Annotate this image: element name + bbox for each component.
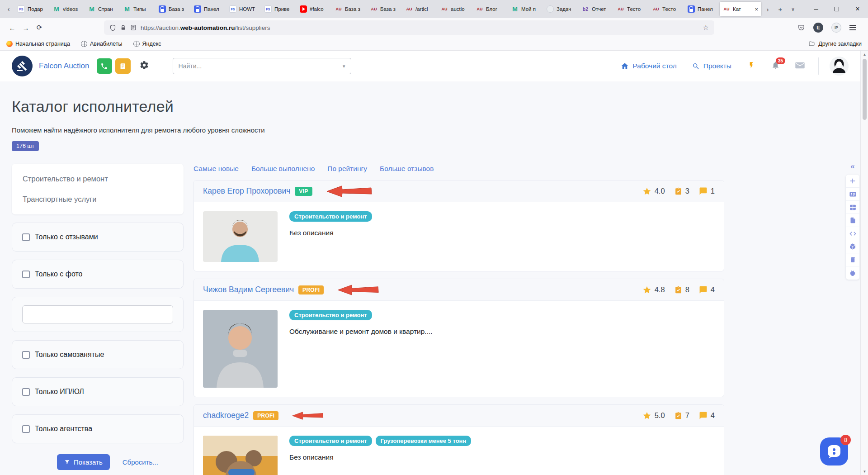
browser-tab[interactable]: AUБлог: [473, 2, 508, 16]
browser-tab[interactable]: AU/articl: [402, 2, 438, 16]
scroll-down-icon[interactable]: ▼: [861, 468, 868, 475]
reload-button[interactable]: ⟳: [33, 24, 46, 32]
self-employed-checkbox[interactable]: [22, 351, 30, 359]
bookmark-star-icon[interactable]: ☆: [703, 24, 709, 32]
search-dropdown-caret-icon[interactable]: ▾: [343, 63, 345, 69]
sort-reviews-link[interactable]: Больше отзывов: [380, 165, 434, 173]
back-button[interactable]: ←: [5, 24, 19, 32]
filter-with-reviews[interactable]: Только с отзывами: [12, 223, 184, 252]
list-tabs-icon[interactable]: ∨: [787, 6, 799, 12]
brand-name[interactable]: Falcon Auction: [39, 62, 90, 71]
scroll-up-icon[interactable]: ▲: [861, 51, 868, 58]
journal-button[interactable]: [115, 58, 131, 74]
chat-widget-button[interactable]: 8: [820, 437, 848, 466]
tab-scroll-right-icon[interactable]: ›: [761, 5, 774, 13]
filter-self-employed[interactable]: Только самозанятые: [12, 340, 184, 369]
browser-tab[interactable]: AUТесто: [649, 2, 684, 16]
filter-with-photo[interactable]: Только с фото: [12, 260, 184, 289]
browser-tab[interactable]: Панел: [191, 2, 226, 16]
browser-tab[interactable]: FSHOWT: [226, 2, 261, 16]
package-button[interactable]: [846, 240, 859, 253]
maximize-button[interactable]: [826, 0, 847, 18]
browser-tab[interactable]: Панел: [684, 2, 720, 16]
phone-button[interactable]: [97, 58, 112, 74]
tab-scroll-left-icon[interactable]: ‹: [3, 5, 14, 13]
add-button[interactable]: [846, 175, 859, 188]
show-button[interactable]: Показать: [57, 454, 110, 470]
supplier-name-link[interactable]: Карев Егор Прохорович: [203, 186, 290, 196]
lock-icon[interactable]: [120, 25, 126, 31]
browser-tab[interactable]: #falco: [297, 2, 332, 16]
nav-desktop-link[interactable]: Рабочий стол: [621, 62, 676, 70]
agency-checkbox[interactable]: [22, 425, 30, 433]
nav-projects-link[interactable]: Проекты: [692, 62, 731, 70]
sort-newest-link[interactable]: Самые новые: [193, 165, 239, 173]
browser-tab[interactable]: MСтран: [85, 2, 120, 16]
supplier-photo[interactable]: [203, 211, 278, 262]
filter-text-input[interactable]: [22, 305, 173, 323]
messages-button[interactable]: [795, 62, 805, 71]
scrollbar-thumb[interactable]: [863, 59, 867, 120]
notifications-button[interactable]: 35: [771, 61, 780, 71]
other-bookmarks-button[interactable]: Другие закладки: [808, 41, 862, 47]
table-button[interactable]: [846, 201, 859, 214]
bookmark-item[interactable]: Начальная страница: [6, 41, 70, 47]
tab-close-button[interactable]: ×: [755, 6, 758, 13]
supplier-photo[interactable]: [203, 310, 278, 388]
bug-button[interactable]: [846, 266, 859, 280]
browser-tab[interactable]: AUauctio: [438, 2, 473, 16]
shield-icon[interactable]: [109, 24, 116, 31]
site-search[interactable]: ▾: [173, 58, 351, 74]
browser-tab[interactable]: Mvideos: [50, 2, 85, 16]
with-photo-checkbox[interactable]: [22, 271, 30, 278]
forward-button[interactable]: →: [19, 24, 33, 32]
browser-tab[interactable]: AUКат×: [720, 2, 761, 16]
browser-tab[interactable]: AUБаза з: [332, 2, 367, 16]
new-tab-button[interactable]: +: [774, 5, 787, 13]
browser-tab[interactable]: AUБаза з: [367, 2, 402, 16]
browser-tab[interactable]: Задач: [543, 2, 579, 16]
collapse-toolbar-icon[interactable]: «: [846, 162, 859, 171]
user-avatar[interactable]: [830, 57, 849, 76]
browser-tab[interactable]: MТипы: [120, 2, 156, 16]
browser-tab[interactable]: b2Отчет: [579, 2, 614, 16]
pocket-icon[interactable]: [797, 24, 805, 32]
ip-extension-icon[interactable]: IP: [831, 23, 841, 33]
browser-tab[interactable]: AUТесто: [614, 2, 649, 16]
menu-hamburger-icon[interactable]: [849, 25, 856, 30]
supplier-name-link[interactable]: chadkroege2: [203, 411, 249, 420]
category-link[interactable]: Транспортные услуги: [23, 195, 173, 204]
code-button[interactable]: [846, 227, 859, 240]
sort-row: Самые новые Больше выполнено По рейтингу…: [193, 165, 724, 173]
minimize-button[interactable]: ─: [806, 0, 826, 18]
sort-rating-link[interactable]: По рейтингу: [327, 165, 367, 173]
address-bar[interactable]: https://auction.web-automation.ru/list/s…: [104, 20, 714, 35]
filter-agency[interactable]: Только агентства: [12, 414, 184, 443]
browser-tab[interactable]: База з: [156, 2, 191, 16]
supplier-photo[interactable]: [203, 436, 278, 475]
trash-button[interactable]: [846, 253, 859, 266]
with-reviews-checkbox[interactable]: [22, 233, 30, 241]
browser-tab[interactable]: MМой п: [508, 2, 543, 16]
browser-tab[interactable]: FSПодар: [14, 2, 50, 16]
home-icon: [621, 62, 629, 70]
browser-scrollbar[interactable]: ▲ ▼: [860, 51, 868, 475]
profile-avatar-badge[interactable]: E: [813, 23, 823, 33]
site-search-input[interactable]: [179, 62, 343, 70]
filter-company[interactable]: Только ИП/ЮЛ: [12, 377, 184, 406]
reset-link[interactable]: Сбросить...: [123, 458, 158, 466]
supplier-name-link[interactable]: Чижов Вадим Сергеевич: [203, 285, 294, 294]
close-window-button[interactable]: ×: [847, 0, 868, 18]
permissions-icon[interactable]: [130, 24, 137, 31]
bookmark-item[interactable]: Яндекс: [133, 41, 161, 47]
id-card-button[interactable]: [846, 188, 859, 201]
browser-tab[interactable]: FSПриве: [261, 2, 297, 16]
document-button[interactable]: [846, 214, 859, 227]
company-checkbox[interactable]: [22, 388, 30, 396]
lightning-icon[interactable]: [748, 61, 755, 71]
category-link[interactable]: Строительство и ремонт: [23, 175, 173, 183]
services-gears-icon[interactable]: [139, 60, 149, 72]
bookmark-item[interactable]: Авиабилеты: [81, 41, 123, 47]
falcon-auction-logo[interactable]: [12, 56, 33, 76]
sort-completed-link[interactable]: Больше выполнено: [251, 165, 315, 173]
